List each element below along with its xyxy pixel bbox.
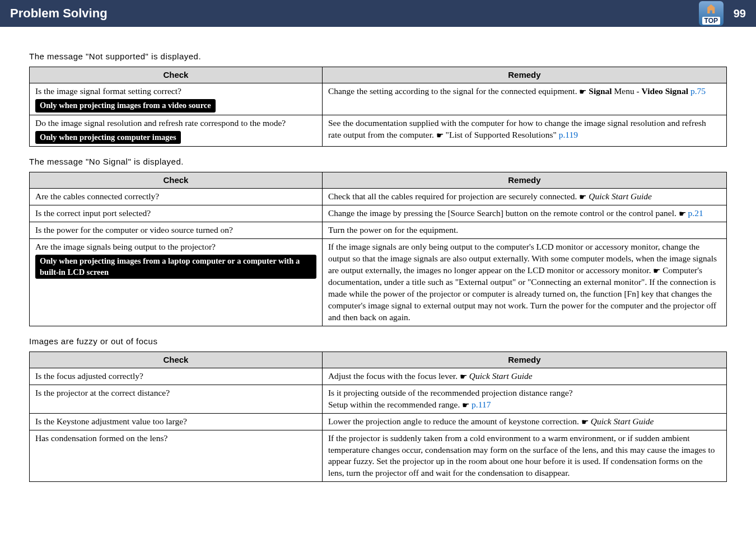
check-text: Are the image signals being output to th… (35, 242, 216, 251)
remedy-italic: Quick Start Guide (589, 416, 654, 426)
page-link[interactable]: p.119 (559, 130, 578, 139)
hand-icon: ☛ (579, 193, 586, 202)
check-text: Is the Keystone adjustment value too lar… (30, 413, 323, 430)
remedy-text: Change the image by pressing the [Source… (328, 208, 679, 218)
remedy-text: Lower the projection angle to reduce the… (328, 416, 581, 426)
remedy-text: Menu - (612, 86, 642, 96)
condition-pill: Only when projecting images from a lapto… (35, 255, 316, 279)
check-text: Is the power for the computer or video s… (30, 222, 323, 239)
col-remedy: Remedy (322, 67, 726, 83)
section-heading: Images are fuzzy or out of focus (29, 336, 727, 346)
header-bar: Problem Solving TOP 99 (0, 0, 756, 27)
remedy-text: Setup within the recommended range. (328, 400, 462, 409)
condition-pill: Only when projecting images from a video… (35, 99, 216, 113)
remedy-text: Turn the power on for the equipment. (322, 222, 726, 239)
troubleshoot-table: Check Remedy Are the cables connected co… (29, 172, 727, 326)
remedy-text: Check that all the cables required for p… (328, 191, 579, 201)
troubleshoot-table: Check Remedy Is the image signal format … (29, 67, 727, 147)
top-label: TOP (702, 17, 720, 25)
remedy-text: If the projector is suddenly taken from … (322, 430, 726, 482)
remedy-bold: Signal (589, 86, 612, 96)
section-heading: The message "No Signal" is displayed. (29, 157, 727, 166)
hand-icon: ☛ (581, 418, 589, 427)
remedy-italic: Quick Start Guide (467, 371, 533, 381)
check-text: Is the correct input port selected? (30, 205, 323, 222)
table-row: Are the image signals being output to th… (30, 239, 727, 326)
col-remedy: Remedy (322, 352, 726, 368)
page-link[interactable]: p.75 (690, 86, 706, 96)
table-row: Has condensation formed on the lens? If … (30, 430, 727, 482)
table-row: Is the focus adjusted correctly? Adjust … (30, 368, 727, 385)
hand-icon: ☛ (679, 210, 686, 218)
condition-pill: Only when projecting computer images (35, 131, 181, 144)
check-text: Is the image signal format setting corre… (35, 86, 181, 96)
check-text: Is the focus adjusted correctly? (30, 368, 323, 385)
col-check: Check (30, 67, 323, 83)
hand-icon: ☛ (462, 401, 469, 410)
hand-icon: ☛ (653, 267, 660, 275)
header-right: TOP 99 (699, 1, 746, 26)
table-row: Is the projector at the correct distance… (30, 385, 727, 413)
page-title: Problem Solving (10, 6, 108, 21)
content-area: The message "Not supported" is displayed… (0, 27, 756, 499)
remedy-text: Adjust the focus with the focus lever. (328, 371, 460, 381)
page-link[interactable]: p.21 (688, 208, 703, 218)
remedy-text: Is it projecting outside of the recommen… (328, 388, 573, 397)
table-row: Is the correct input port selected? Chan… (30, 205, 727, 222)
table-row: Do the image signal resolution and refre… (30, 115, 727, 146)
page-link[interactable]: p.117 (472, 400, 491, 409)
hand-icon: ☛ (579, 88, 586, 96)
top-home-button[interactable]: TOP (699, 1, 724, 26)
section-heading: The message "Not supported" is displayed… (29, 51, 727, 61)
page-number: 99 (734, 7, 746, 20)
check-text: Are the cables connected correctly? (30, 189, 323, 205)
check-text: Has condensation formed on the lens? (30, 430, 323, 482)
table-row: Is the image signal format setting corre… (30, 83, 727, 115)
check-text: Is the projector at the correct distance… (30, 385, 323, 413)
col-remedy: Remedy (322, 172, 726, 189)
hand-icon: ☛ (460, 373, 467, 381)
check-text: Do the image signal resolution and refre… (35, 118, 286, 128)
troubleshoot-table: Check Remedy Is the focus adjusted corre… (29, 352, 727, 483)
remedy-text: Change the setting according to the sign… (328, 86, 580, 96)
hand-icon: ☛ (436, 132, 444, 140)
col-check: Check (30, 352, 323, 368)
remedy-bold: Video Signal (642, 86, 688, 96)
remedy-italic: Quick Start Guide (586, 191, 652, 201)
table-row: Are the cables connected correctly? Chec… (30, 189, 727, 205)
col-check: Check (30, 172, 323, 189)
table-row: Is the Keystone adjustment value too lar… (30, 413, 727, 430)
table-row: Is the power for the computer or video s… (30, 222, 727, 239)
remedy-text: "List of Supported Resolutions" (444, 130, 559, 139)
